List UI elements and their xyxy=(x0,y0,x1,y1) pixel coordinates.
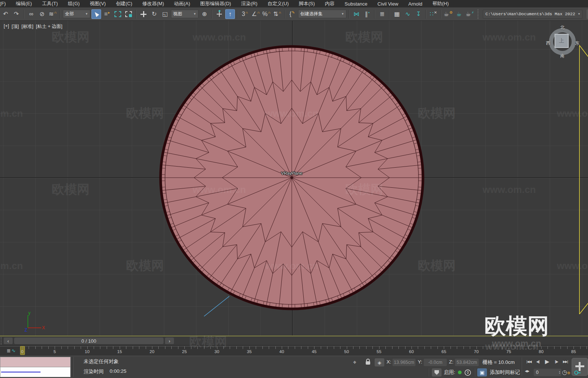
rect-selection-region-icon[interactable] xyxy=(113,9,123,19)
menu-item-8[interactable]: 图形编辑器(D) xyxy=(200,0,231,7)
x-coordinate-field[interactable]: 13.965cm xyxy=(392,359,416,366)
ruler-frame-label: 50 xyxy=(344,349,349,354)
scene-canvas[interactable]: yXZ xyxy=(0,21,588,336)
select-rotate-icon[interactable]: ↻ xyxy=(149,9,159,19)
view-cube[interactable]: 上 北 南 西 东 xyxy=(547,26,578,57)
schematic-view-icon[interactable]: ↧ xyxy=(414,9,423,19)
snaps-toggle-icon[interactable]: 3∩ xyxy=(240,9,250,19)
use-pivot-center-icon[interactable]: ⊕ xyxy=(200,9,209,19)
set-key-button[interactable] xyxy=(572,358,588,376)
time-configuration-button[interactable]: ◷⚙ xyxy=(562,369,571,376)
curve-editor-icon[interactable]: ∿ xyxy=(403,9,413,19)
time-slider[interactable]: 0 / 100 xyxy=(14,337,164,344)
add-time-tag-text[interactable]: 添加时间标记 xyxy=(490,369,520,376)
select-move-icon[interactable] xyxy=(139,9,148,19)
drag-handle[interactable] xyxy=(1,337,1,345)
zero-badge[interactable]: 0 xyxy=(465,369,471,376)
menu-item-14[interactable]: Civil View xyxy=(378,1,398,7)
menu-item-4[interactable]: 视图(V) xyxy=(90,0,106,7)
time-tag-cube-button[interactable]: ▣ xyxy=(477,368,487,377)
link-icon[interactable]: ∞ xyxy=(26,9,36,19)
scene-converter-icon[interactable]: ∷✕ xyxy=(429,9,438,19)
window-crossing-icon[interactable] xyxy=(124,9,133,19)
ruler-tick xyxy=(158,346,159,349)
previous-frame-button[interactable]: ◀|| xyxy=(534,358,542,366)
listener-pane[interactable] xyxy=(0,367,71,377)
menu-item-12[interactable]: 内容 xyxy=(325,0,335,7)
keyboard-override-icon[interactable]: ↑ xyxy=(225,9,235,19)
viewport-label-token-3[interactable]: [粘土 + 边面] xyxy=(36,23,62,30)
key-mode-toggle[interactable]: ◀▶ xyxy=(525,369,529,373)
select-scale-icon[interactable]: ◱ xyxy=(160,9,170,19)
adaptive-degradation-button[interactable] xyxy=(432,368,442,377)
undo-icon[interactable]: ↶ xyxy=(1,9,10,19)
absolute-mode-toggle[interactable]: ◈ xyxy=(375,358,384,366)
next-frame-slider-button[interactable]: › xyxy=(165,337,174,344)
menu-item-6[interactable]: 修改器(M) xyxy=(142,0,164,7)
current-frame-field[interactable]: 0 ▴▾ xyxy=(534,369,561,376)
select-manipulate-icon[interactable] xyxy=(214,9,224,19)
viewport-label-token-2[interactable]: [标准] xyxy=(22,23,33,30)
go-to-end-button[interactable]: ▶▶| xyxy=(561,358,569,366)
menu-item-13[interactable]: Substance xyxy=(345,1,367,7)
mirror-icon[interactable]: ⋈ xyxy=(352,9,361,19)
clipped-edge-icon[interactable] xyxy=(584,9,588,19)
menu-item-16[interactable]: 帮助(H) xyxy=(432,0,449,7)
y-coordinate-field[interactable]: -0.0cm xyxy=(424,359,447,366)
menu-item-5[interactable]: 创建(C) xyxy=(116,0,132,7)
select-by-name-icon[interactable]: ≡▸ xyxy=(102,9,112,19)
ruler-tick xyxy=(366,346,366,349)
toolbar-drag-handle[interactable] xyxy=(478,9,480,19)
ruler-tick xyxy=(295,346,295,349)
redo-icon[interactable]: ↷ xyxy=(12,9,21,19)
viewport-label-token-0[interactable]: [+] xyxy=(4,23,9,30)
menu-item-1[interactable]: 编辑(E) xyxy=(16,0,32,7)
angle-snap-icon[interactable]: ∠∩ xyxy=(251,9,261,19)
selection-filter-dropdown[interactable]: 全部▼ xyxy=(63,10,90,18)
viewport[interactable]: yXZ [+][顶][标准][粘土 + 边面] VRayPlane 上 北 南 … xyxy=(0,21,588,336)
rendered-frame-icon[interactable]: ☕ xyxy=(454,9,464,19)
menu-item-3[interactable]: 组(G) xyxy=(68,0,80,7)
play-button[interactable]: ▶ xyxy=(543,358,552,366)
percent-snap-icon[interactable]: %∩ xyxy=(262,9,271,19)
track-bar[interactable]: ≣ ∿ 0510152025303540455055606570758085 xyxy=(0,345,588,356)
isolate-selection-icon[interactable]: ⌖ xyxy=(353,359,356,366)
z-coordinate-field[interactable]: 53.842cm xyxy=(455,359,479,366)
layer-explorer-icon[interactable]: ≣ xyxy=(377,9,387,19)
spinner-icon[interactable]: ▴▾ xyxy=(559,371,560,374)
viewcube-east-label[interactable]: 东 xyxy=(575,40,579,46)
viewcube-west-label[interactable]: 西 xyxy=(546,40,550,46)
menu-item-0[interactable]: 文件(F) xyxy=(0,0,6,7)
spinner-snap-icon[interactable]: ⇅∩ xyxy=(272,9,282,19)
select-object-icon[interactable] xyxy=(91,9,101,19)
edit-named-selections-icon[interactable]: {✎ xyxy=(287,9,297,19)
selection-lock-icon[interactable] xyxy=(366,359,370,365)
ribbon-toggle-icon[interactable]: ▦ xyxy=(392,9,402,19)
go-to-start-button[interactable]: |◀◀ xyxy=(525,358,533,366)
align-icon[interactable]: ∥▪ xyxy=(362,9,372,19)
viewcube-north-label[interactable]: 北 xyxy=(560,25,565,31)
menu-item-11[interactable]: 脚本(S) xyxy=(299,0,315,7)
unlink-icon[interactable]: ⊘ xyxy=(37,9,47,19)
menu-item-9[interactable]: 渲染(R) xyxy=(241,0,258,7)
menu-item-2[interactable]: 工具(T) xyxy=(42,0,58,7)
viewcube-south-label[interactable]: 南 xyxy=(560,53,565,59)
viewcube-top-face[interactable]: 上 xyxy=(555,34,569,48)
next-frame-button[interactable]: ||▶ xyxy=(552,358,560,366)
menu-item-15[interactable]: Arnold xyxy=(408,1,423,7)
mini-curve-editor-button[interactable]: ≣ ∿ xyxy=(4,346,19,355)
previous-frame-slider-button[interactable]: ‹ xyxy=(4,337,13,344)
ruler-tick xyxy=(243,346,243,349)
menu-item-10[interactable]: 自定义(U) xyxy=(268,0,289,7)
viewport-label-token-1[interactable]: [顶] xyxy=(12,23,19,30)
render-production-icon[interactable]: ☕⚡ xyxy=(465,9,475,19)
ruler-tick xyxy=(139,346,139,349)
macro-recorder-pane[interactable] xyxy=(0,357,71,367)
ref-coord-dropdown[interactable]: 视图▼ xyxy=(171,10,198,18)
named-selection-dropdown[interactable]: 创建选择集▼ xyxy=(298,10,346,18)
project-folder-dropdown[interactable]: C:\Users\Han\Documents\3ds Max 2022▼ xyxy=(483,10,582,19)
render-setup-icon[interactable]: ☕⚙ xyxy=(443,9,453,19)
menu-item-7[interactable]: 动画(A) xyxy=(174,0,190,7)
bind-to-spacewarp-icon[interactable]: ≋∩ xyxy=(48,9,58,19)
maxscript-mini-listener[interactable] xyxy=(0,357,71,377)
